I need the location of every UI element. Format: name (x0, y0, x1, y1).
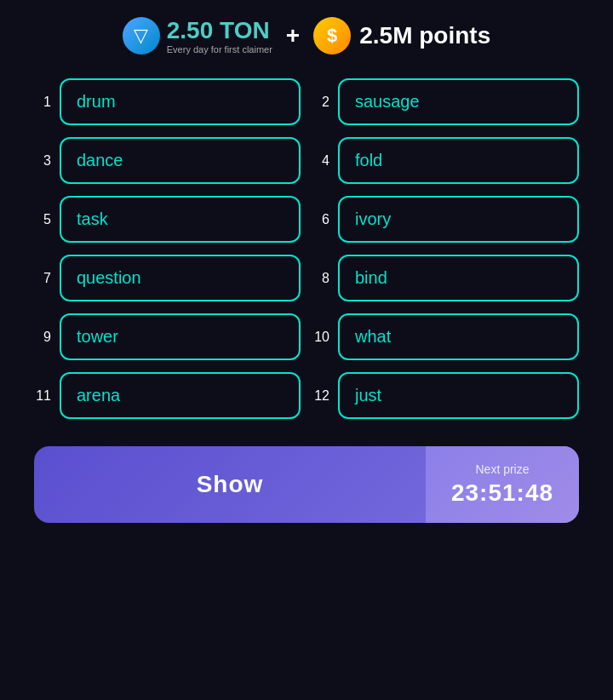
word-box-2: sausage (338, 78, 579, 125)
ton-badge: ▽ 2.50 TON Every day for first claimer (123, 17, 272, 55)
word-number-11: 11 (34, 388, 51, 404)
word-number-10: 10 (312, 330, 329, 345)
word-box-9: tower (60, 313, 301, 360)
word-item-1: 1 drum (34, 78, 301, 125)
word-item-5: 5 task (34, 196, 301, 243)
word-item-6: 6 ivory (312, 196, 579, 243)
word-number-3: 3 (34, 153, 51, 169)
word-box-11: arena (60, 372, 301, 419)
word-number-2: 2 (312, 95, 329, 110)
next-prize-panel: Next prize 23:51:48 (426, 446, 579, 523)
word-box-8: bind (338, 255, 579, 301)
word-number-1: 1 (34, 95, 51, 110)
word-item-9: 9 tower (34, 313, 301, 360)
word-item-8: 8 bind (312, 255, 579, 301)
ton-subtitle: Every day for first claimer (167, 44, 272, 55)
word-item-4: 4 fold (312, 137, 579, 184)
word-item-3: 3 dance (34, 137, 301, 184)
word-box-12: just (338, 372, 579, 419)
ton-icon: ▽ (123, 17, 160, 55)
word-box-5: task (60, 196, 301, 243)
bottom-bar: Show Next prize 23:51:48 (34, 446, 579, 523)
plus-sign: + (286, 22, 300, 49)
word-item-7: 7 question (34, 255, 301, 301)
word-number-9: 9 (34, 330, 51, 345)
word-item-12: 12 just (312, 372, 579, 419)
word-number-5: 5 (34, 212, 51, 227)
word-box-10: what (338, 313, 579, 360)
word-item-10: 10 what (312, 313, 579, 360)
word-box-4: fold (338, 137, 579, 184)
word-number-4: 4 (312, 153, 329, 169)
ton-amount: 2.50 TON (167, 17, 272, 44)
next-prize-timer: 23:51:48 (451, 479, 553, 507)
word-number-6: 6 (312, 212, 329, 227)
word-box-1: drum (60, 78, 301, 125)
reward-header: ▽ 2.50 TON Every day for first claimer +… (123, 17, 490, 55)
show-button[interactable]: Show (34, 446, 426, 523)
word-grid: 1 drum 2 sausage 3 dance 4 fold 5 task 6… (34, 78, 579, 419)
word-item-2: 2 sausage (312, 78, 579, 125)
next-prize-label: Next prize (475, 462, 529, 476)
word-item-11: 11 arena (34, 372, 301, 419)
ton-text-block: 2.50 TON Every day for first claimer (167, 17, 272, 55)
word-number-8: 8 (312, 271, 329, 286)
word-number-7: 7 (34, 271, 51, 286)
coin-icon: $ (313, 17, 351, 55)
points-amount: 2.5M points (359, 22, 490, 49)
word-box-6: ivory (338, 196, 579, 243)
word-box-3: dance (60, 137, 301, 184)
word-number-12: 12 (312, 388, 329, 404)
word-box-7: question (60, 255, 301, 301)
